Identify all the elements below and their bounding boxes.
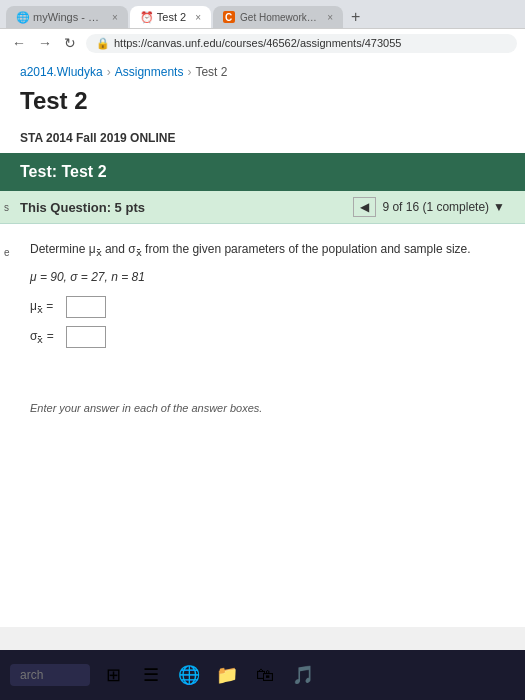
question-text: Determine μx̄ and σx̄ from the given par… [30, 240, 495, 260]
breadcrumb-assignments[interactable]: Assignments [115, 65, 184, 79]
lock-icon: 🔒 [96, 37, 110, 50]
browser-icon: 🌐 [178, 664, 200, 686]
answer-row-mu: μx̄ = [30, 296, 495, 318]
taskbar: ⊞ ☰ 🌐 📁 🛍 🎵 [0, 650, 525, 700]
question-body: Determine μx̄ and σx̄ from the given par… [0, 224, 525, 372]
taskbar-icon-music[interactable]: 🎵 [288, 660, 318, 690]
breadcrumb-sep1: › [107, 65, 111, 79]
tab-icon-chegg: C [223, 11, 235, 23]
tab-label-test2: Test 2 [157, 11, 186, 23]
new-tab-button[interactable]: + [345, 8, 366, 26]
taskbar-search-input[interactable] [10, 664, 90, 686]
breadcrumb-current: Test 2 [195, 65, 227, 79]
tab-close-test2[interactable]: × [195, 12, 201, 23]
answer-input-sigma[interactable] [66, 326, 106, 348]
tab-mywings[interactable]: 🌐 myWings - UNF × [6, 6, 128, 28]
question-nav: ◀ 9 of 16 (1 complete) ▼ [353, 197, 505, 217]
taskbar-icon-files[interactable]: 📁 [212, 660, 242, 690]
tab-label-chegg: Get Homework Help With Che [240, 12, 318, 23]
page-title: Test 2 [0, 83, 525, 127]
page-content: a2014.Wludyka › Assignments › Test 2 Tes… [0, 57, 525, 627]
tab-chegg[interactable]: C Get Homework Help With Che × [213, 6, 343, 28]
question-bar: This Question: 5 pts ◀ 9 of 16 (1 comple… [0, 191, 525, 224]
question-counter: 9 of 16 (1 complete) ▼ [382, 200, 505, 214]
side-label-e: e [0, 245, 14, 260]
store-icon: 🛍 [256, 665, 274, 686]
back-button[interactable]: ← [8, 33, 30, 53]
refresh-button[interactable]: ↻ [60, 33, 80, 53]
files-icon: 📁 [216, 664, 238, 686]
taskbar-icon-taskview[interactable]: ☰ [136, 660, 166, 690]
nav-buttons: ← → ↻ [8, 33, 80, 53]
tab-test2[interactable]: ⏰ Test 2 × [130, 6, 211, 28]
music-icon: 🎵 [292, 664, 314, 686]
windows-icon: ⊞ [106, 664, 121, 686]
prev-question-button[interactable]: ◀ [353, 197, 376, 217]
answer-footer: Enter your answer in each of the answer … [0, 372, 525, 424]
counter-dropdown[interactable]: ▼ [493, 200, 505, 214]
tab-bar: 🌐 myWings - UNF × ⏰ Test 2 × C Get Homew… [0, 0, 525, 28]
breadcrumb-course[interactable]: a2014.Wludyka [20, 65, 103, 79]
taskbar-icon-browser[interactable]: 🌐 [174, 660, 204, 690]
taskbar-icon-windows[interactable]: ⊞ [98, 660, 128, 690]
address-bar-row: ← → ↻ 🔒 https://canvas.unf.edu/courses/4… [0, 28, 525, 57]
tab-close-chegg[interactable]: × [327, 12, 333, 23]
params-line: μ = 90, σ = 27, n = 81 [30, 270, 495, 284]
answer-label-sigma: σx̄ = [30, 329, 60, 345]
tab-label-mywings: myWings - UNF [33, 11, 103, 23]
taskbar-icon-store[interactable]: 🛍 [250, 660, 280, 690]
counter-text: 9 of 16 (1 complete) [382, 200, 489, 214]
side-labels: s e [0, 200, 14, 260]
address-text: https://canvas.unf.edu/courses/46562/ass… [114, 37, 507, 49]
answer-row-sigma: σx̄ = [30, 326, 495, 348]
address-bar[interactable]: 🔒 https://canvas.unf.edu/courses/46562/a… [86, 34, 517, 53]
breadcrumb: a2014.Wludyka › Assignments › Test 2 [0, 57, 525, 83]
question-points: This Question: 5 pts [20, 200, 145, 215]
tab-close-mywings[interactable]: × [112, 12, 118, 23]
browser-chrome: 🌐 myWings - UNF × ⏰ Test 2 × C Get Homew… [0, 0, 525, 57]
forward-button[interactable]: → [34, 33, 56, 53]
side-label-s: s [0, 200, 14, 215]
course-label: STA 2014 Fall 2019 ONLINE [0, 127, 525, 153]
answer-input-mu[interactable] [66, 296, 106, 318]
taskview-icon: ☰ [143, 664, 159, 686]
tab-icon-test2: ⏰ [140, 11, 152, 23]
answer-label-mu: μx̄ = [30, 299, 60, 315]
test-header: Test: Test 2 [0, 153, 525, 191]
tab-icon-mywings: 🌐 [16, 11, 28, 23]
breadcrumb-sep2: › [187, 65, 191, 79]
